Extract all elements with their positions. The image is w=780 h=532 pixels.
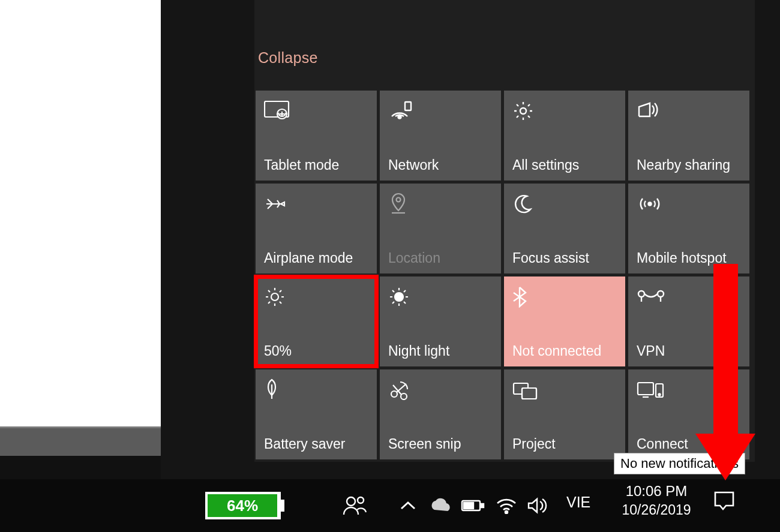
tile-label: Screen snip — [388, 436, 493, 452]
tile-project[interactable]: Project — [504, 369, 625, 459]
taskbar-clock[interactable]: 10:06 PM 10/26/2019 — [611, 483, 701, 518]
svg-point-10 — [658, 291, 664, 297]
tile-brightness[interactable]: 50% — [256, 276, 377, 366]
tile-mobile-hotspot[interactable]: Mobile hotspot — [628, 184, 749, 273]
tile-label: Battery saver — [264, 436, 368, 452]
tile-bluetooth[interactable]: Not connected — [504, 276, 625, 366]
svg-point-8 — [395, 293, 403, 301]
tile-network[interactable]: Network — [380, 91, 501, 181]
svg-point-4 — [520, 108, 526, 114]
battery-icon[interactable] — [461, 491, 485, 520]
taskbar-date: 10/26/2019 — [611, 502, 701, 518]
svg-point-9 — [638, 291, 644, 297]
bluetooth-icon — [512, 285, 617, 309]
svg-point-19 — [347, 497, 355, 506]
tile-label: Night light — [388, 343, 493, 359]
scissors-icon — [388, 378, 493, 402]
nearby-sharing-icon — [637, 99, 741, 123]
quick-action-tiles: Tablet mode Network All settings — [256, 91, 754, 459]
tile-tablet-mode[interactable]: Tablet mode — [256, 91, 377, 181]
tile-all-settings[interactable]: All settings — [504, 91, 625, 181]
svg-rect-14 — [522, 388, 536, 399]
people-icon[interactable] — [342, 491, 367, 520]
moon-icon — [512, 192, 617, 216]
svg-point-11 — [391, 391, 397, 397]
hotspot-icon — [637, 192, 741, 216]
taskbar: 64% — [0, 479, 780, 532]
tile-label: Airplane mode — [264, 250, 368, 266]
location-icon — [388, 192, 493, 216]
project-icon — [512, 378, 617, 402]
wifi-icon[interactable] — [496, 491, 517, 520]
tile-label: Location — [388, 250, 493, 266]
taskbar-time: 10:06 PM — [611, 483, 701, 500]
svg-point-24 — [505, 511, 508, 513]
tile-location[interactable]: Location — [380, 184, 501, 273]
tile-label: Network — [388, 157, 493, 173]
tile-night-light[interactable]: Night light — [380, 276, 501, 366]
tile-label: All settings — [512, 157, 617, 173]
night-light-icon — [388, 285, 493, 309]
tile-airplane-mode[interactable]: Airplane mode — [256, 184, 377, 273]
action-center-button[interactable] — [713, 490, 736, 512]
onedrive-icon[interactable] — [427, 491, 451, 520]
airplane-icon — [264, 192, 368, 216]
battery-percent-label: 64% — [208, 494, 277, 517]
ime-indicator[interactable]: VIE — [566, 494, 590, 511]
annotation-arrow — [703, 264, 748, 480]
tile-label: Project — [512, 436, 617, 452]
tile-label: Not connected — [512, 343, 617, 359]
network-icon — [388, 99, 493, 123]
tile-focus-assist[interactable]: Focus assist — [504, 184, 625, 273]
tablet-mode-icon — [264, 99, 368, 123]
svg-point-5 — [397, 198, 401, 202]
svg-point-6 — [649, 203, 652, 206]
svg-point-18 — [658, 393, 660, 395]
tile-screen-snip[interactable]: Screen snip — [380, 369, 501, 459]
battery-status-badge[interactable]: 64% — [205, 492, 281, 519]
svg-point-2 — [398, 116, 401, 119]
brightness-icon — [264, 285, 368, 309]
tile-label: 50% — [264, 343, 368, 359]
tray-chevron-up-icon[interactable] — [400, 491, 416, 520]
collapse-button[interactable]: Collapse — [258, 49, 318, 67]
tile-label: Focus assist — [512, 250, 617, 266]
svg-rect-16 — [638, 383, 653, 395]
svg-rect-22 — [464, 503, 473, 509]
svg-rect-23 — [481, 504, 484, 507]
background-gap — [0, 428, 161, 456]
tile-nearby-sharing[interactable]: Nearby sharing — [628, 91, 749, 181]
volume-icon[interactable] — [527, 491, 550, 520]
svg-point-20 — [358, 497, 364, 503]
svg-rect-3 — [405, 102, 411, 110]
tile-label: Tablet mode — [264, 157, 368, 173]
background-window — [0, 0, 161, 428]
svg-point-7 — [271, 293, 278, 300]
action-center-icon — [713, 490, 736, 512]
action-center-panel: Collapse Tablet mode — [254, 0, 755, 462]
gear-icon — [512, 99, 617, 123]
battery-cap-icon — [280, 500, 284, 512]
leaf-icon — [264, 378, 368, 402]
tile-battery-saver[interactable]: Battery saver — [256, 369, 377, 459]
tile-label: Nearby sharing — [637, 157, 741, 173]
